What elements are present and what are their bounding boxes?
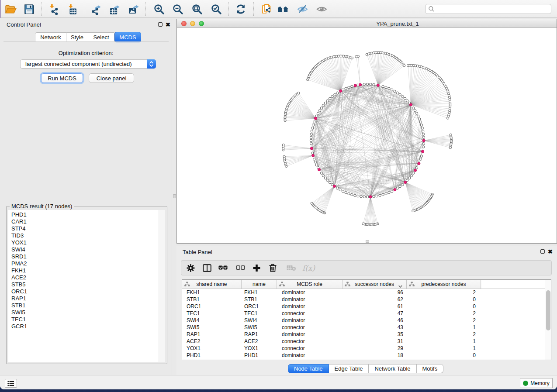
cell-predecessor_nodes[interactable]: 2 [450,310,476,317]
cell-name[interactable]: PHD1 [244,352,258,359]
cell-shared_name[interactable]: ACE2 [187,338,200,345]
mcds-result-item[interactable]: RAP1 [8,295,165,302]
cell-predecessor_nodes[interactable]: 1 [450,324,476,331]
cell-mcds_role[interactable]: dominator [282,317,305,324]
apply-layout-icon[interactable] [235,3,247,15]
delete-icon[interactable] [269,264,277,272]
select-all-icon[interactable] [218,265,228,271]
cell-shared_name[interactable]: FKH1 [187,289,200,296]
table-panel-float-icon[interactable] [540,249,545,254]
network-window-titlebar[interactable]: YPA_prune.txt_1 [177,19,557,28]
cell-name[interactable]: FKH1 [244,289,258,296]
cell-mcds_role[interactable]: connector [282,345,305,352]
memory-button[interactable]: Memory [520,378,553,388]
cell-predecessor_nodes[interactable]: 0 [450,303,476,310]
cell-predecessor_nodes[interactable]: 1 [450,345,476,352]
deselect-all-icon[interactable] [236,265,245,271]
cell-successor_nodes[interactable]: 62 [377,296,403,303]
cell-mcds_role[interactable]: connector [282,324,305,331]
add-icon[interactable] [253,264,260,272]
mcds-result-item[interactable]: FKH1 [8,267,165,274]
table-row[interactable]: YOX1YOX1connector291 [182,345,551,352]
show-panels-button[interactable] [5,379,17,388]
search-input[interactable] [425,4,551,14]
gear-icon[interactable] [187,264,195,272]
control-panel-float-icon[interactable] [158,22,163,27]
hide-selected-icon[interactable] [297,3,309,15]
mcds-result-item[interactable]: PHD1 [8,211,165,218]
vertical-splitter[interactable] [172,18,176,375]
mcds-result-scrollbar[interactable] [159,210,165,362]
mcds-result-item[interactable]: PMA2 [8,260,165,267]
mcds-result-item[interactable]: TID3 [8,232,165,239]
cell-successor_nodes[interactable]: 35 [377,331,403,338]
zoom-selected-icon[interactable] [210,3,222,15]
tab-select[interactable]: Select [88,32,114,42]
cell-name[interactable]: YOX1 [244,345,258,352]
import-network-icon[interactable] [48,3,60,15]
tab-network[interactable]: Network [35,32,66,42]
cell-successor_nodes[interactable]: 46 [377,317,403,324]
table-row[interactable]: SWI4SWI4dominator462 [182,317,551,324]
cell-mcds_role[interactable]: dominator [282,289,305,296]
new-network-from-selection-icon[interactable] [261,3,273,15]
table-panel-close-icon[interactable]: ✖ [548,250,553,254]
export-table-icon[interactable] [109,3,121,15]
column-header-shared-name[interactable]: shared name [182,280,242,289]
mcds-result-item[interactable]: STB5 [8,281,165,288]
tab-network-table[interactable]: Network Table [369,364,416,373]
cell-successor_nodes[interactable]: 31 [377,338,403,345]
cell-name[interactable]: ACE2 [244,338,258,345]
cell-shared_name[interactable]: STB1 [187,296,200,303]
table-row[interactable]: PHD1PHD1dominator180 [182,352,551,359]
mcds-result-item[interactable]: SWI5 [8,309,165,316]
cell-predecessor_nodes[interactable]: 0 [450,352,476,359]
horizontal-splitter-grip-icon[interactable] [366,240,369,243]
control-panel-close-icon[interactable]: ✖ [166,23,170,27]
cell-shared_name[interactable]: PHD1 [187,352,201,359]
cell-shared_name[interactable]: TEC1 [187,310,200,317]
cell-successor_nodes[interactable]: 43 [377,324,403,331]
table-row[interactable]: SWI5SWI5connector431 [182,324,551,331]
table-scrollbar-thumb[interactable] [546,290,550,330]
zoom-fit-icon[interactable] [191,3,203,15]
cell-name[interactable]: ORC1 [244,303,259,310]
cell-name[interactable]: SWI5 [244,324,257,331]
cell-mcds_role[interactable]: connector [282,338,305,345]
tab-style[interactable]: Style [66,32,88,42]
cell-predecessor_nodes[interactable]: 1 [450,338,476,345]
mcds-result-item[interactable]: CAR1 [8,218,165,225]
column-header-MCDS-role[interactable]: MCDS role [277,280,343,289]
network-canvas[interactable] [177,28,557,243]
optimization-criterion-select[interactable]: largest connected component (undirected) [20,59,156,69]
cell-shared_name[interactable]: ORC1 [187,303,201,310]
export-network-icon[interactable] [90,3,103,15]
cell-successor_nodes[interactable]: 29 [377,345,403,352]
cell-predecessor_nodes[interactable]: 0 [450,296,476,303]
cell-mcds_role[interactable]: dominator [282,296,305,303]
cell-mcds_role[interactable]: dominator [282,331,305,338]
show-column-icon[interactable] [203,264,211,272]
mcds-result-item[interactable]: ORC1 [8,288,165,295]
splitter-grip-icon[interactable] [173,194,176,198]
table-row[interactable]: STB1STB1dominator620 [182,296,551,303]
column-header-successor-nodes[interactable]: successor nodes [343,280,407,289]
table-row[interactable]: TEC1TEC1connector472 [182,310,551,317]
cell-shared_name[interactable]: YOX1 [187,345,201,352]
cell-name[interactable]: STB1 [244,296,257,303]
run-mcds-button[interactable]: Run MCDS [41,73,83,83]
cell-mcds_role[interactable]: dominator [282,303,305,310]
cell-shared_name[interactable]: RAP1 [187,331,200,338]
cell-successor_nodes[interactable]: 61 [377,303,403,310]
zoom-in-icon[interactable] [153,3,165,15]
mcds-result-item[interactable]: GCR1 [8,323,165,330]
mcds-result-item[interactable]: TEC1 [8,316,165,323]
cell-mcds_role[interactable]: connector [282,310,305,317]
mcds-result-item[interactable]: SRD1 [8,253,165,260]
tab-node-table[interactable]: Node Table [288,364,329,373]
cell-shared_name[interactable]: SWI5 [187,324,199,331]
table-scrollbar[interactable] [545,280,551,360]
cell-successor_nodes[interactable]: 47 [377,310,403,317]
tab-motifs[interactable]: Motifs [417,364,444,373]
cell-predecessor_nodes[interactable]: 2 [450,331,476,338]
